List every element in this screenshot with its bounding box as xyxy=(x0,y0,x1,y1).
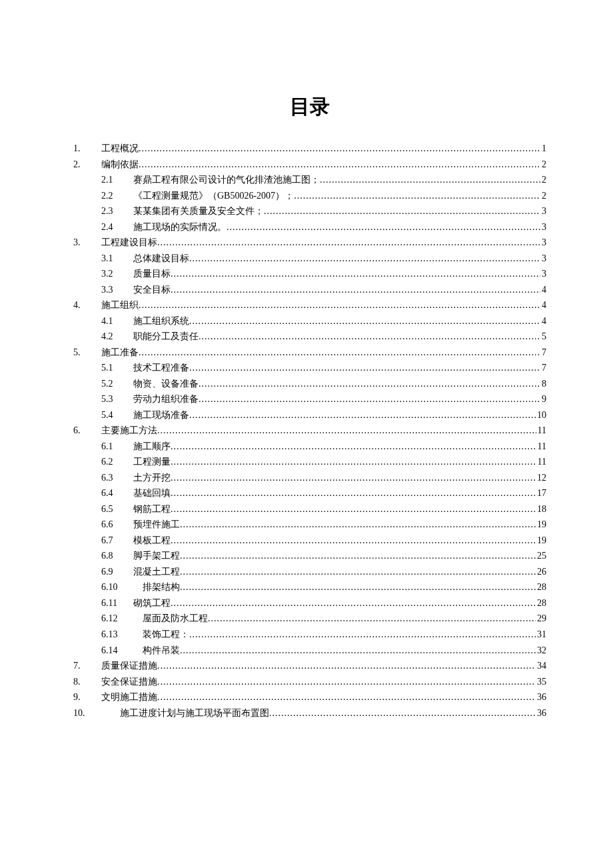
toc-label: 脚手架工程 xyxy=(133,548,180,564)
toc-label: 施工进度计划与施工现场平面布置图 xyxy=(111,705,269,721)
toc-leader xyxy=(139,157,540,173)
toc-label: 安全目标 xyxy=(133,282,171,298)
toc-page: 1 xyxy=(540,141,546,157)
toc-row: 10. 施工进度计划与施工现场平面布置图36 xyxy=(73,705,546,721)
toc-label: 土方开挖 xyxy=(133,470,171,486)
toc-label: 主要施工方法 xyxy=(101,423,157,439)
toc-number: 3.3 xyxy=(73,282,133,298)
toc-row: 3.1总体建设目标3 xyxy=(73,251,546,267)
toc-number: 4. xyxy=(73,297,101,313)
toc-leader xyxy=(171,485,536,501)
toc-page: 19 xyxy=(536,517,546,533)
toc-label: 施工组织 xyxy=(101,297,139,313)
toc-number: 2.2 xyxy=(73,188,133,204)
toc-page: 3 xyxy=(540,203,546,219)
toc-leader xyxy=(171,282,540,298)
toc-leader xyxy=(294,188,540,204)
toc-leader xyxy=(189,313,540,329)
toc-number: 5.2 xyxy=(73,376,133,392)
toc-number: 3. xyxy=(73,235,101,251)
toc-page: 19 xyxy=(536,533,546,549)
toc-page: 5 xyxy=(540,329,546,345)
toc-row: 2.4施工现场的实际情况。3 xyxy=(73,219,546,235)
toc-page: 26 xyxy=(536,564,546,580)
toc-label: 质量目标 xyxy=(133,266,171,282)
toc-number: 7. xyxy=(73,658,101,674)
toc-number: 6.7 xyxy=(73,533,133,549)
toc-page: 8 xyxy=(540,376,546,392)
toc-number: 6.9 xyxy=(73,564,133,580)
toc-leader xyxy=(171,266,540,282)
toc-label: 安全保证措施 xyxy=(101,674,157,690)
toc-row: 5.施工准备7 xyxy=(73,345,546,361)
toc-row: 5.4施工现场准备10 xyxy=(73,407,546,423)
toc-row: 3.3安全目标4 xyxy=(73,282,546,298)
toc-leader xyxy=(189,360,540,376)
toc-row: 6.12 屋面及防水工程29 xyxy=(73,611,546,627)
toc-row: 6.14 构件吊装32 xyxy=(73,643,546,659)
toc-number: 9. xyxy=(73,689,101,705)
toc-page: 28 xyxy=(536,595,546,611)
toc-page: 29 xyxy=(536,611,546,627)
toc-leader xyxy=(171,595,536,611)
table-of-contents: 1.工程概况12.编制依据22.1赛鼎工程有限公司设计的气化排渣池施工图；22.… xyxy=(73,141,546,721)
toc-label: 预埋件施工 xyxy=(133,517,180,533)
toc-leader xyxy=(208,611,536,627)
toc-page: 2 xyxy=(540,157,546,173)
toc-page: 4 xyxy=(540,297,546,313)
toc-label: 排架结构 xyxy=(133,579,180,595)
toc-number: 6.14 xyxy=(73,643,133,659)
toc-leader xyxy=(171,533,536,549)
toc-page: 36 xyxy=(536,689,546,705)
toc-number: 6.1 xyxy=(73,439,133,455)
toc-label: 装饰工程： xyxy=(133,627,189,643)
toc-leader xyxy=(139,141,540,157)
toc-number: 3.1 xyxy=(73,251,133,267)
toc-number: 6.5 xyxy=(73,501,133,517)
toc-row: 4.2职能分工及责任5 xyxy=(73,329,546,345)
toc-row: 2.3某某集团有关质量及安全文件；3 xyxy=(73,203,546,219)
toc-label: 物资、设备准备 xyxy=(133,376,199,392)
toc-label: 编制依据 xyxy=(101,157,139,173)
toc-number: 2.1 xyxy=(73,172,133,188)
toc-leader xyxy=(180,564,536,580)
toc-label: 《工程测量规范》（GB50026-2007）； xyxy=(133,188,294,204)
toc-label: 施工准备 xyxy=(101,345,139,361)
toc-leader xyxy=(269,705,536,721)
toc-label: 工程测量 xyxy=(133,454,171,470)
toc-leader xyxy=(157,423,536,439)
toc-page: 4 xyxy=(540,313,546,329)
toc-number: 6.10 xyxy=(73,579,133,595)
toc-leader xyxy=(157,674,536,690)
toc-row: 3.工程建设目标3 xyxy=(73,235,546,251)
toc-page: 9 xyxy=(540,391,546,407)
toc-row: 8.安全保证措施35 xyxy=(73,674,546,690)
toc-leader xyxy=(157,658,536,674)
toc-label: 施工组织系统 xyxy=(133,313,189,329)
toc-row: 4.施工组织4 xyxy=(73,297,546,313)
toc-row: 6.7模板工程19 xyxy=(73,533,546,549)
toc-label: 混凝土工程 xyxy=(133,564,180,580)
toc-row: 3.2质量目标3 xyxy=(73,266,546,282)
toc-page: 3 xyxy=(540,235,546,251)
toc-row: 6.13 装饰工程：31 xyxy=(73,627,546,643)
toc-page: 12 xyxy=(536,470,546,486)
toc-number: 6.13 xyxy=(73,627,133,643)
toc-leader xyxy=(157,235,540,251)
toc-leader xyxy=(180,643,536,659)
toc-page: 7 xyxy=(540,360,546,376)
toc-label: 工程概况 xyxy=(101,141,139,157)
toc-label: 施工现场的实际情况。 xyxy=(133,219,227,235)
toc-leader xyxy=(171,454,536,470)
toc-number: 6.8 xyxy=(73,548,133,564)
toc-leader xyxy=(171,439,536,455)
toc-page: 11 xyxy=(536,439,546,455)
toc-leader xyxy=(189,251,540,267)
toc-label: 施工顺序 xyxy=(133,439,171,455)
toc-number: 6.2 xyxy=(73,454,133,470)
toc-page: 7 xyxy=(540,345,546,361)
toc-leader xyxy=(171,501,536,517)
toc-number: 5.1 xyxy=(73,360,133,376)
toc-label: 工程建设目标 xyxy=(101,235,157,251)
toc-number: 6. xyxy=(73,423,101,439)
